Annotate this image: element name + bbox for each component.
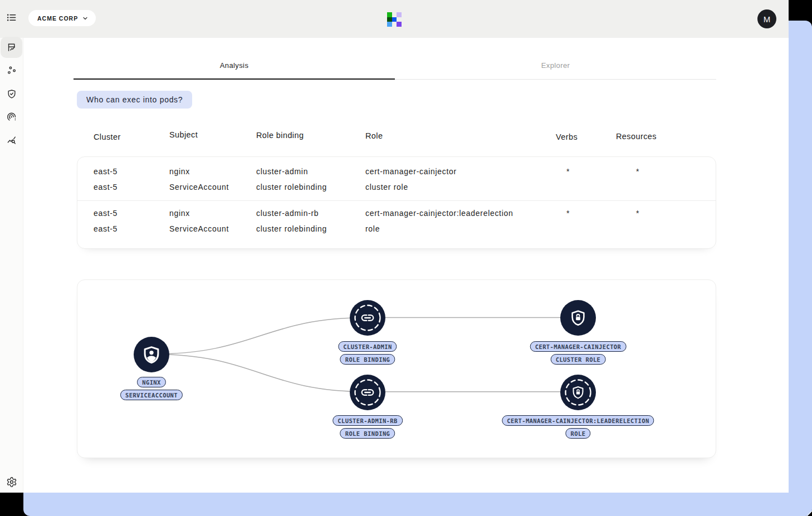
cell-role: role (365, 224, 380, 233)
tab-bar: Analysis Explorer (74, 55, 716, 80)
cell-role: cluster role (365, 183, 408, 191)
network-dots-icon (6, 65, 17, 76)
graph-node-role-2[interactable] (560, 375, 596, 410)
chevron-down-icon (82, 15, 89, 22)
node-labels-role-2: CERT-MANAGER-CAINJECTOR:LEADERELECTION R… (502, 415, 654, 439)
column-header-subject: Subject (169, 130, 198, 139)
tab-analysis[interactable]: Analysis (74, 55, 395, 80)
cell-subject: ServiceAccount (169, 183, 229, 191)
cell-resources: * (627, 167, 649, 176)
shield-check-icon (6, 89, 17, 100)
column-header-role: Role (365, 131, 383, 140)
mouse-cursor (805, 509, 812, 516)
trend-search-icon (6, 135, 17, 146)
sidebar-item-graph[interactable] (1, 60, 22, 81)
node-labels-role-1: CERT-MANAGER-CAINJECTOR CLUSTER ROLE (530, 341, 627, 365)
cell-verbs: * (557, 209, 579, 218)
top-header: ACME CORP M (0, 0, 789, 38)
node-labels-rolebinding-2: CLUSTER-ADMIN-RB ROLE BINDING (332, 415, 403, 439)
link-icon (360, 385, 375, 400)
cell-role: cert-manager-cainjector (365, 167, 457, 176)
node-label-pill[interactable]: CERT-MANAGER-CAINJECTOR:LEADERELECTION (502, 415, 654, 426)
cell-role: cert-manager-cainjector:leaderelection (365, 209, 513, 218)
cell-cluster: east-5 (94, 167, 118, 176)
link-icon (360, 311, 375, 325)
cell-role-binding: cluster rolebinding (256, 224, 327, 233)
cell-cluster: east-5 (94, 209, 118, 218)
shield-lock-icon (569, 309, 587, 327)
column-header-verbs: Verbs (556, 132, 578, 141)
node-label-pill[interactable]: CLUSTER-ADMIN-RB (332, 415, 403, 426)
node-label-pill[interactable]: ROLE BINDING (340, 354, 395, 365)
flag-chart-icon (6, 42, 17, 53)
graph-node-rolebinding-1[interactable] (350, 300, 385, 336)
app-window: ACME CORP M (0, 0, 789, 493)
icon-sidebar (0, 38, 23, 493)
cell-role-binding: cluster-admin-rb (256, 209, 319, 218)
user-shield-icon (142, 345, 161, 364)
cell-role-binding: cluster-admin (256, 167, 308, 176)
node-label-pill[interactable]: ROLE (566, 428, 591, 439)
graph-node-subject[interactable] (134, 337, 169, 372)
node-label-pill[interactable]: SERVICEACCOUNT (120, 390, 183, 400)
brand-logo (387, 12, 402, 27)
column-header-resources: Resources (616, 132, 657, 141)
sidebar-item-settings[interactable] (1, 471, 22, 493)
node-labels-rolebinding-1: CLUSTER-ADMIN ROLE BINDING (338, 341, 397, 365)
settings-gear-icon (6, 476, 17, 488)
tab-explorer[interactable]: Explorer (395, 55, 716, 80)
node-label-pill[interactable]: CERT-MANAGER-CAINJECTOR (530, 341, 627, 352)
cell-role-binding: cluster rolebinding (256, 183, 327, 191)
column-header-rolebinding: Role binding (256, 131, 304, 140)
cell-verbs: * (557, 167, 579, 176)
graph-card: NGINX SERVICEACCOUNT CLUSTER-ADMIN ROLE … (77, 279, 716, 458)
sidebar-item-security[interactable] (1, 83, 22, 105)
graph-node-rolebinding-2[interactable] (350, 375, 385, 410)
cell-cluster: east-5 (94, 224, 118, 233)
radar-icon (6, 111, 17, 122)
row-divider (77, 200, 716, 201)
cell-subject: ServiceAccount (169, 224, 229, 233)
node-label-pill[interactable]: CLUSTER ROLE (551, 354, 606, 365)
cell-subject: nginx (169, 167, 190, 176)
query-chip[interactable]: Who can exec into pods? (77, 91, 192, 109)
node-label-pill[interactable]: NGINX (137, 377, 166, 387)
shield-lock-icon (571, 385, 585, 400)
sidebar-item-alerts[interactable] (1, 106, 22, 127)
user-avatar[interactable]: M (757, 9, 776, 28)
graph-node-role-1[interactable] (560, 300, 596, 336)
cell-cluster: east-5 (94, 183, 118, 191)
cell-subject: nginx (169, 209, 190, 218)
column-header-cluster: Cluster (94, 132, 121, 141)
node-labels-subject: NGINX SERVICEACCOUNT (120, 377, 183, 400)
org-switcher-button[interactable]: ACME CORP (28, 10, 96, 26)
org-switcher-label: ACME CORP (37, 15, 78, 22)
cell-resources: * (627, 209, 649, 218)
avatar-initial: M (764, 14, 771, 24)
list-menu-icon[interactable] (6, 12, 17, 23)
node-label-pill[interactable]: CLUSTER-ADMIN (338, 341, 397, 352)
node-label-pill[interactable]: ROLE BINDING (340, 428, 395, 439)
sidebar-item-analysis[interactable] (1, 37, 22, 58)
sidebar-item-insights[interactable] (1, 130, 22, 151)
